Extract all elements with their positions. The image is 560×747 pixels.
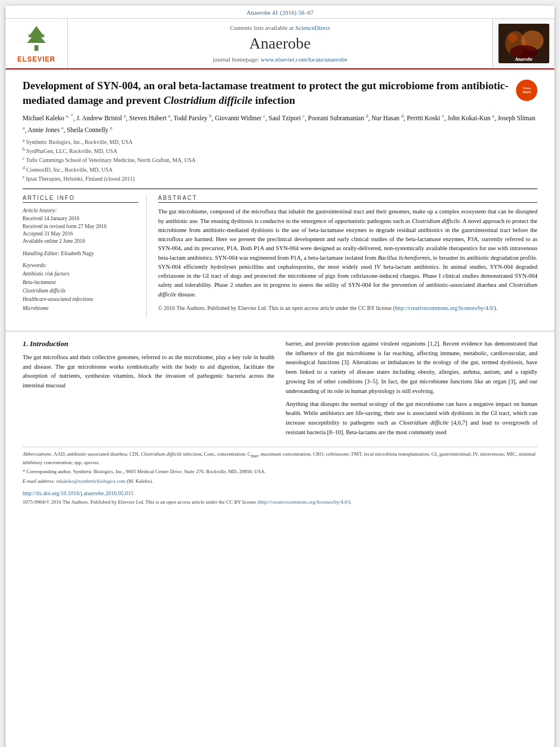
handling-editor-label: Handling Editor:	[23, 251, 60, 256]
bottom-copyright: 1075-9964/© 2016 The Authors. Published …	[23, 499, 537, 506]
article-info-col: ARTICLE INFO Article history: Received 1…	[23, 195, 147, 317]
email-footnote: E-mail address: mkaleko@syntheticbiologi…	[23, 478, 537, 486]
article-title-text: Development of SYN-004, an oral beta-lac…	[23, 78, 509, 107]
svg-rect-0	[34, 45, 38, 51]
svg-point-4	[42, 34, 45, 36]
article-info-abstract: ARTICLE INFO Article history: Received 1…	[23, 189, 537, 317]
crossmark-icon: CrossMark	[516, 80, 537, 101]
contents-link: Contents lists available at ScienceDirec…	[230, 24, 330, 31]
affiliation-b: b SynPhaGen, LLC, Rockville, MD, USA	[23, 146, 537, 155]
author-email-link[interactable]: mkaleko@syntheticbiologics.com	[56, 478, 126, 484]
keyword-3: Clostridium difficile	[23, 287, 138, 295]
keyword-2: Beta-lactamase	[23, 278, 138, 287]
abstract-copyright: © 2016 The Authors. Published by Elsevie…	[158, 304, 537, 312]
body-content: 1. Introduction The gut microflora and t…	[6, 339, 554, 441]
article-title-section: Development of SYN-004, an oral beta-lac…	[23, 78, 537, 107]
svg-text:Anaerobe: Anaerobe	[514, 56, 532, 62]
abstract-label: ABSTRACT	[158, 195, 537, 203]
intro-paragraph-3: Anything that disrupts the normal ecolog…	[286, 400, 537, 438]
journal-name: Anaerobe	[250, 34, 311, 53]
svg-point-9	[508, 33, 517, 42]
body-left: 1. Introduction The gut microflora and t…	[23, 339, 274, 441]
section-divider	[6, 331, 554, 331]
abstract-text: The gut microbiome, composed of the micr…	[158, 207, 537, 299]
affiliation-e: e Ipsat Therapies, Helsinki, Finland (cl…	[23, 174, 537, 183]
body-right: barrier, and provide protection against …	[286, 339, 537, 441]
doi-link[interactable]: http://dx.doi.org/10.1016/j.anaerobe.201…	[23, 490, 537, 496]
cc-license-link[interactable]: http://creativecommons.org/licenses/by/4…	[395, 305, 494, 311]
article-info-label: ARTICLE INFO	[23, 195, 138, 203]
elsevier-tree-icon	[18, 24, 55, 53]
svg-point-8	[510, 45, 538, 59]
affiliation-d: d CosmosID, Inc., Rockville, MD, USA	[23, 165, 537, 174]
journal-header: ELSEVIER Contents lists available at Sci…	[6, 19, 554, 69]
keywords-list: Antibiotic risk factors Beta-lactamase C…	[23, 270, 138, 313]
homepage-link[interactable]: www.elsevier.com/locate/anaerobe	[261, 56, 347, 63]
affiliation-c: c Tufts Cummings School of Veterinary Me…	[23, 155, 537, 164]
elsevier-logo: ELSEVIER	[18, 24, 55, 63]
abbreviations-footnote: Abbreviations: AAD, antibiotic-associate…	[23, 451, 537, 467]
journal-cover-image: Anaerobe	[492, 19, 554, 68]
article-history: Article history: Received 14 January 201…	[23, 207, 138, 245]
keywords-title: Keywords:	[23, 262, 138, 268]
intro-paragraph-1: The gut microflora and their collective …	[23, 353, 274, 391]
sciencedirect-link[interactable]: ScienceDirect	[295, 24, 330, 31]
history-received: Received 14 January 2016 Received in rev…	[23, 215, 138, 245]
journal-homepage: journal homepage: www.elsevier.com/locat…	[213, 56, 347, 63]
article-content: Development of SYN-004, an oral beta-lac…	[6, 69, 554, 323]
intro-paragraph-2: barrier, and provide protection against …	[286, 339, 537, 396]
crossmark-badge[interactable]: CrossMark	[516, 80, 537, 101]
keyword-4: Healthcare-associated infections	[23, 295, 138, 304]
footnotes-section: Abbreviations: AAD, antibiotic-associate…	[23, 447, 537, 486]
article-title-italic: Clostridium difficile	[164, 94, 252, 106]
authors: Michael Kaleko a, *, J. Andrew Bristol a…	[23, 112, 537, 134]
handling-editor-name: Elisabeth Nagy	[61, 251, 94, 256]
bottom-links: http://dx.doi.org/10.1016/j.anaerobe.201…	[6, 487, 554, 509]
elsevier-brand-text: ELSEVIER	[18, 55, 55, 63]
handling-editor: Handling Editor: Elisabeth Nagy	[23, 250, 138, 257]
bottom-cc-link[interactable]: http://creativecommons.org/licenses/by/4…	[259, 499, 348, 505]
elsevier-logo-area: ELSEVIER	[6, 19, 68, 68]
affiliations: a Synthetic Biologics, Inc., Rockville, …	[23, 137, 537, 184]
intro-heading: 1. Introduction	[23, 339, 274, 348]
journal-reference: Anaerobe 41 (2016) 58–67	[6, 6, 554, 19]
history-title: Article history:	[23, 207, 138, 213]
cover-image-placeholder: Anaerobe	[498, 24, 549, 63]
keyword-5: Microbiome	[23, 304, 138, 313]
corresponding-footnote: * Corresponding author. Synthetic Biolog…	[23, 468, 537, 476]
svg-point-3	[28, 34, 30, 36]
cover-art-icon: Anaerobe	[498, 24, 549, 63]
article-title: Development of SYN-004, an oral beta-lac…	[23, 78, 509, 107]
affiliation-a: a Synthetic Biologics, Inc., Rockville, …	[23, 137, 537, 146]
journal-title-area: Contents lists available at ScienceDirec…	[68, 19, 492, 68]
abstract-col: ABSTRACT The gut microbiome, composed of…	[158, 195, 537, 317]
keyword-1: Antibiotic risk factors	[23, 270, 138, 278]
keywords-section: Keywords: Antibiotic risk factors Beta-l…	[23, 262, 138, 313]
